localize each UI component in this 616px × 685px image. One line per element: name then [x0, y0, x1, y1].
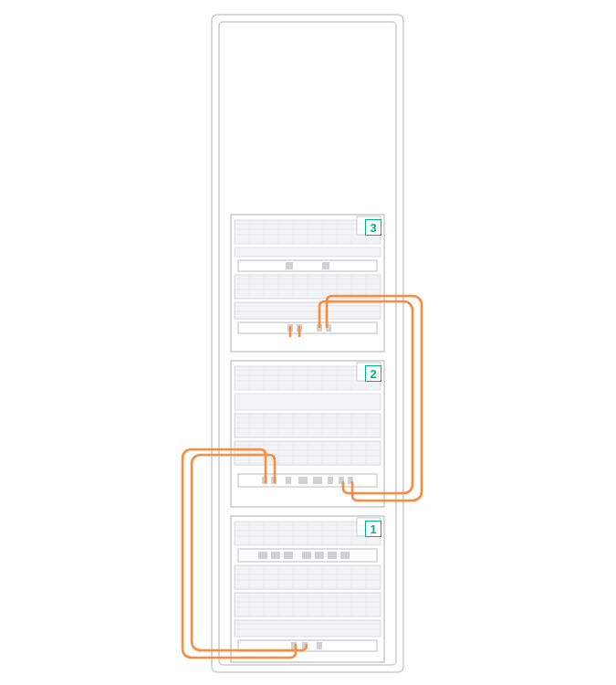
cable-layer: [0, 0, 616, 685]
chassis-badge-1: 1: [365, 521, 381, 537]
chassis2-to-chassis1-left-outer: [183, 449, 296, 658]
chassis2-to-chassis1-left-inner: [192, 455, 307, 650]
chassis-badge-2: 2: [365, 365, 381, 382]
chassis-badge-3: 3: [365, 219, 381, 236]
chassis3-to-chassis2-right-outer: [327, 296, 422, 501]
chassis3-to-chassis2-right-inner: [319, 301, 412, 493]
diagram-canvas: 3 2 1: [0, 0, 616, 685]
